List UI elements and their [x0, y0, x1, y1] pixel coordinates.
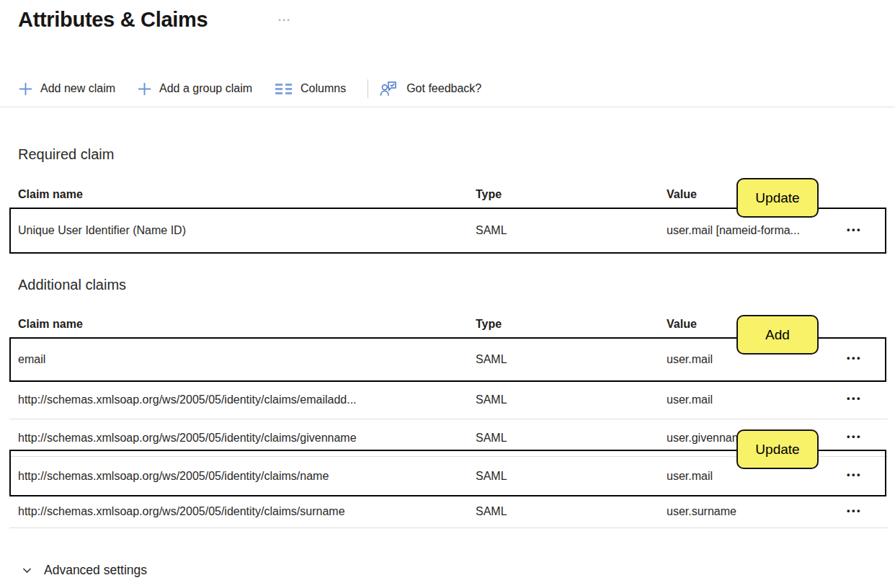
claim-type-cell: SAML: [476, 224, 667, 237]
title-more-options-icon[interactable]: ···: [278, 14, 291, 26]
claim-type-cell: SAML: [476, 353, 667, 366]
toolbar: Add new claim Add a group claim Columns: [18, 74, 503, 103]
got-feedback-label: Got feedback?: [406, 82, 481, 95]
additional-claims-table-header: Claim name Type Value: [9, 310, 888, 339]
row-more-options-icon[interactable]: •••: [840, 391, 865, 408]
chevron-down-icon: [21, 564, 33, 576]
claim-value-cell: user.surname: [667, 505, 840, 518]
plus-icon: [137, 81, 152, 97]
claim-value-cell: user.mail: [667, 353, 840, 366]
row-givenname-claim[interactable]: http://schemas.xmlsoap.org/ws/2005/05/id…: [9, 419, 888, 457]
plus-icon: [18, 81, 33, 97]
columns-icon: [274, 82, 293, 96]
row-surname-claim[interactable]: http://schemas.xmlsoap.org/ws/2005/05/id…: [9, 496, 888, 528]
claim-name-cell: http://schemas.xmlsoap.org/ws/2005/05/id…: [18, 432, 476, 445]
claim-type-cell: SAML: [476, 393, 667, 406]
column-header-type: Type: [476, 188, 667, 201]
column-header-type: Type: [476, 318, 667, 331]
advanced-settings-label: Advanced settings: [44, 563, 147, 578]
advanced-settings-toggle[interactable]: Advanced settings: [19, 561, 148, 579]
add-new-claim-button[interactable]: Add new claim: [18, 81, 115, 97]
columns-button[interactable]: Columns: [274, 82, 346, 96]
feedback-icon: [380, 81, 399, 97]
row-unique-user-identifier[interactable]: Unique User Identifier (Name ID) SAML us…: [9, 209, 888, 253]
row-name-claim[interactable]: http://schemas.xmlsoap.org/ws/2005/05/id…: [9, 457, 888, 496]
got-feedback-button[interactable]: Got feedback?: [380, 81, 481, 97]
row-emailaddress-claim[interactable]: http://schemas.xmlsoap.org/ws/2005/05/id…: [9, 380, 888, 419]
claim-name-cell: http://schemas.xmlsoap.org/ws/2005/05/id…: [18, 393, 476, 406]
claim-value-cell: user.givenname: [667, 432, 840, 445]
page-title: Attributes & Claims: [18, 8, 208, 32]
claim-value-cell: user.mail [nameid-forma...: [667, 224, 840, 237]
claim-type-cell: SAML: [476, 470, 667, 483]
required-claim-table-header: Claim name Type Value: [9, 180, 888, 209]
toolbar-separator-line: [0, 107, 895, 107]
columns-label: Columns: [300, 82, 346, 95]
claim-name-cell: Unique User Identifier (Name ID): [18, 224, 476, 237]
claim-type-cell: SAML: [476, 432, 667, 445]
column-header-claim-name: Claim name: [18, 318, 476, 331]
row-more-options-icon[interactable]: •••: [840, 429, 865, 446]
add-group-claim-button[interactable]: Add a group claim: [137, 81, 252, 97]
column-header-value: Value: [667, 188, 840, 201]
row-more-options-icon[interactable]: •••: [840, 468, 865, 484]
claim-value-cell: user.mail: [667, 470, 840, 483]
claim-value-cell: user.mail: [667, 393, 840, 406]
row-email[interactable]: email SAML user.mail •••: [9, 339, 888, 380]
column-header-value: Value: [667, 318, 840, 331]
claim-type-cell: SAML: [476, 505, 667, 518]
claim-name-cell: email: [18, 353, 476, 366]
row-more-options-icon[interactable]: •••: [840, 351, 865, 368]
claim-name-cell: http://schemas.xmlsoap.org/ws/2005/05/id…: [18, 505, 476, 518]
row-more-options-icon[interactable]: •••: [840, 504, 865, 520]
required-claim-heading: Required claim: [18, 146, 114, 163]
claim-name-cell: http://schemas.xmlsoap.org/ws/2005/05/id…: [18, 470, 476, 483]
column-header-claim-name: Claim name: [18, 188, 476, 201]
add-group-claim-label: Add a group claim: [159, 82, 252, 95]
add-new-claim-label: Add new claim: [40, 82, 115, 95]
toolbar-divider: [368, 79, 368, 98]
row-more-options-icon[interactable]: •••: [840, 223, 865, 239]
additional-claims-heading: Additional claims: [18, 277, 126, 293]
